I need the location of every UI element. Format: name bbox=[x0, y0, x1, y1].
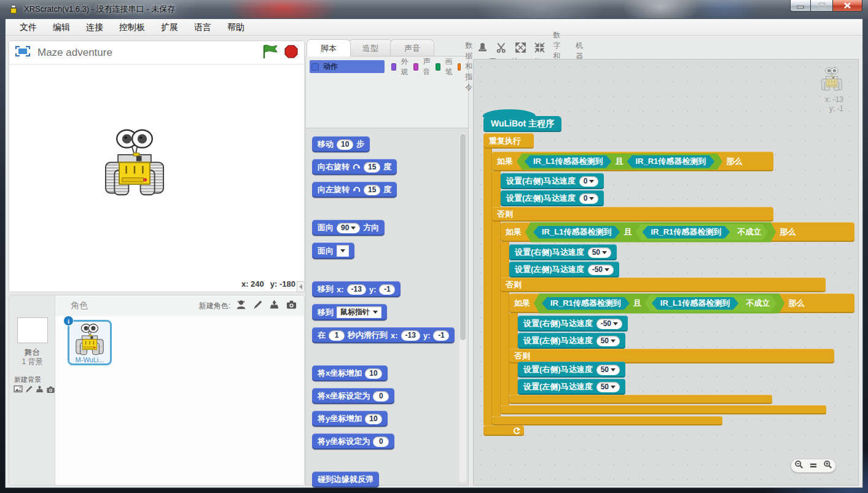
block-turn-left[interactable]: 向左旋转15度 bbox=[312, 182, 397, 198]
sensor-hex-l1[interactable]: IR_L1传感器检测到 bbox=[652, 297, 738, 310]
tab-costumes[interactable]: 造型 bbox=[348, 39, 393, 56]
else-bar-1[interactable]: 否则 bbox=[492, 207, 773, 222]
palette-scrollbar-thumb[interactable] bbox=[460, 134, 466, 340]
motor-right-50-else[interactable]: 设置(右侧)马达速度50 bbox=[518, 362, 625, 378]
stage-sprite-robot[interactable] bbox=[105, 128, 164, 200]
stop-icon[interactable] bbox=[284, 45, 298, 61]
block-change-y[interactable]: 将y坐标增加10 bbox=[312, 411, 388, 427]
block-point-towards[interactable]: 面向 bbox=[312, 243, 354, 259]
stage-canvas[interactable] bbox=[9, 64, 304, 271]
info-icon[interactable]: i bbox=[63, 316, 74, 326]
speed-dropdown[interactable]: 0 bbox=[579, 176, 599, 187]
forever-block-arm[interactable] bbox=[483, 148, 492, 425]
menu-item-connect[interactable]: 连接 bbox=[78, 19, 111, 35]
block-glide[interactable]: 在1秒内滑行到x:-13y:-1 bbox=[312, 327, 455, 343]
collapse-stage-icon[interactable] bbox=[297, 281, 305, 292]
block-bounce[interactable]: 碰到边缘就反弹 bbox=[312, 472, 379, 487]
block-goto-mouse[interactable]: 移到鼠标指针 bbox=[312, 304, 387, 320]
and-hex-3[interactable]: IR_R1传感器检测到 且 IR_L1传感器检测到 不成立 bbox=[534, 293, 784, 314]
title-bar[interactable]: XRScratch(v1.6.3) - 没有连接串口 - 未保存 bbox=[0, 0, 868, 18]
motor-right-neg50[interactable]: 设置(右侧)马达速度-50 bbox=[518, 316, 628, 332]
motor-left-50[interactable]: 设置(左侧)马达速度50 bbox=[518, 333, 625, 349]
minimize-button[interactable] bbox=[790, 0, 811, 12]
if-block-3-close[interactable] bbox=[509, 395, 772, 404]
sprite-library-icon[interactable] bbox=[235, 299, 247, 312]
sensor-hex-r1[interactable]: IR_R1传感器检测到 bbox=[542, 297, 630, 310]
camera-icon[interactable] bbox=[46, 385, 55, 396]
block-point-direction[interactable]: 面向90方向 bbox=[312, 220, 385, 236]
speed-dropdown[interactable]: 50 bbox=[588, 247, 611, 258]
and-hex-1[interactable]: IR_L1传感器检测到 且 IR_R1传感器检测到 bbox=[517, 153, 722, 170]
if-block-2-arm[interactable] bbox=[501, 242, 509, 405]
scripts-canvas[interactable]: x: -13 y: -1 WuLiBot 主程序 重复执行 如果 IR_L1传感… bbox=[473, 59, 859, 486]
else-bar-2[interactable]: 否则 bbox=[501, 278, 826, 292]
not-hex[interactable]: IR_L1传感器检测到 不成立 bbox=[645, 295, 776, 312]
upload-icon[interactable] bbox=[268, 300, 280, 312]
goto-target-dropdown[interactable]: 鼠标指针 bbox=[337, 306, 381, 318]
category-sound[interactable]: 声音 bbox=[412, 60, 432, 73]
speed-dropdown[interactable]: -50 bbox=[596, 319, 622, 329]
backdrop-image-icon[interactable] bbox=[14, 384, 23, 396]
scissors-icon[interactable] bbox=[495, 41, 508, 54]
speed-dropdown[interactable]: 0 bbox=[579, 193, 599, 204]
not-hex[interactable]: IR_R1传感器检测到 不成立 bbox=[635, 224, 768, 241]
sensor-hex-l1[interactable]: IR_L1传感器检测到 bbox=[533, 226, 620, 239]
motor-left-neg50[interactable]: 设置(左侧)马达速度-50 bbox=[509, 262, 619, 278]
project-title[interactable]: Maze adventure bbox=[37, 47, 262, 59]
sensor-hex-l1[interactable]: IR_L1传感器检测到 bbox=[525, 155, 611, 168]
if-block-1-close[interactable] bbox=[492, 416, 722, 425]
menu-item-help[interactable]: 帮助 bbox=[219, 19, 252, 35]
forever-block[interactable]: 重复执行 bbox=[483, 133, 534, 149]
if-block-2-close[interactable] bbox=[501, 405, 826, 414]
zoom-in-icon[interactable] bbox=[823, 460, 832, 472]
block-set-y[interactable]: 将y坐标设定为0 bbox=[312, 433, 394, 449]
point-towards-dropdown[interactable] bbox=[337, 245, 349, 257]
category-motion[interactable]: 动作 bbox=[310, 60, 385, 73]
category-pen[interactable]: 画笔 bbox=[434, 60, 455, 73]
maximize-button[interactable] bbox=[811, 0, 833, 12]
paintbrush-icon[interactable] bbox=[25, 385, 33, 396]
shrink-icon[interactable] bbox=[533, 41, 546, 54]
close-button[interactable] bbox=[833, 0, 862, 12]
upload-icon[interactable] bbox=[35, 385, 44, 396]
sprite-thumbnail-selected[interactable]: i M-WuLi... bbox=[68, 320, 112, 365]
stage-thumbnail[interactable] bbox=[17, 317, 48, 343]
tab-scripts[interactable]: 脚本 bbox=[307, 39, 351, 56]
block-goto-xy[interactable]: 移到x:-13y:-1 bbox=[312, 281, 401, 297]
stamp-icon[interactable] bbox=[475, 41, 489, 54]
motor-left-50-else[interactable]: 设置(左侧)马达速度50 bbox=[518, 379, 625, 395]
zoom-out-icon[interactable] bbox=[794, 460, 803, 472]
menu-item-board[interactable]: 控制板 bbox=[111, 19, 153, 35]
speed-dropdown[interactable]: 50 bbox=[596, 382, 620, 392]
motor-right-0[interactable]: 设置(右侧)马达速度0 bbox=[501, 173, 604, 189]
block-set-x[interactable]: 将x坐标设定为0 bbox=[312, 388, 394, 404]
paintbrush-icon[interactable] bbox=[252, 300, 263, 312]
speed-dropdown[interactable]: -50 bbox=[588, 265, 614, 275]
sensor-hex-r1[interactable]: IR_R1传感器检测到 bbox=[627, 155, 714, 168]
menu-item-edit[interactable]: 编辑 bbox=[45, 19, 78, 35]
menu-item-language[interactable]: 语言 bbox=[186, 19, 219, 35]
fullscreen-icon[interactable] bbox=[15, 46, 30, 59]
zoom-reset-icon[interactable] bbox=[810, 460, 817, 472]
speed-dropdown[interactable]: 50 bbox=[596, 336, 620, 346]
forever-block-bottom[interactable] bbox=[483, 425, 524, 436]
menu-item-file[interactable]: 文件 bbox=[12, 19, 45, 35]
block-change-x[interactable]: 将x坐标增加10 bbox=[312, 365, 388, 381]
if-block-2[interactable]: 如果 IR_L1传感器检测到 且 IR_R1传感器检测到 不成立 那么 bbox=[501, 222, 854, 242]
if-block-3[interactable]: 如果 IR_R1传感器检测到 且 IR_L1传感器检测到 不成立 那么 bbox=[509, 293, 854, 313]
camera-icon[interactable] bbox=[286, 300, 297, 312]
grow-icon[interactable] bbox=[514, 41, 527, 54]
tab-sounds[interactable]: 声音 bbox=[390, 39, 434, 56]
and-hex-2[interactable]: IR_L1传感器检测到 且 IR_R1传感器检测到 不成立 bbox=[525, 222, 776, 243]
green-flag-icon[interactable] bbox=[262, 44, 278, 61]
block-turn-right[interactable]: 向右旋转15度 bbox=[312, 159, 397, 175]
category-looks[interactable]: 外观 bbox=[389, 60, 410, 73]
palette-scrollbar[interactable] bbox=[459, 133, 466, 483]
direction-dropdown[interactable]: 90 bbox=[337, 223, 360, 233]
speed-dropdown[interactable]: 50 bbox=[596, 365, 620, 375]
menu-item-extensions[interactable]: 扩展 bbox=[153, 19, 186, 35]
motor-left-0[interactable]: 设置(左侧)马达速度0 bbox=[501, 190, 604, 206]
motor-right-50[interactable]: 设置(右侧)马达速度50 bbox=[509, 244, 617, 260]
hat-main-program[interactable]: WuLiBot 主程序 bbox=[483, 116, 561, 132]
if-block-1[interactable]: 如果 IR_L1传感器检测到 且 IR_R1传感器检测到 那么 bbox=[492, 152, 773, 171]
